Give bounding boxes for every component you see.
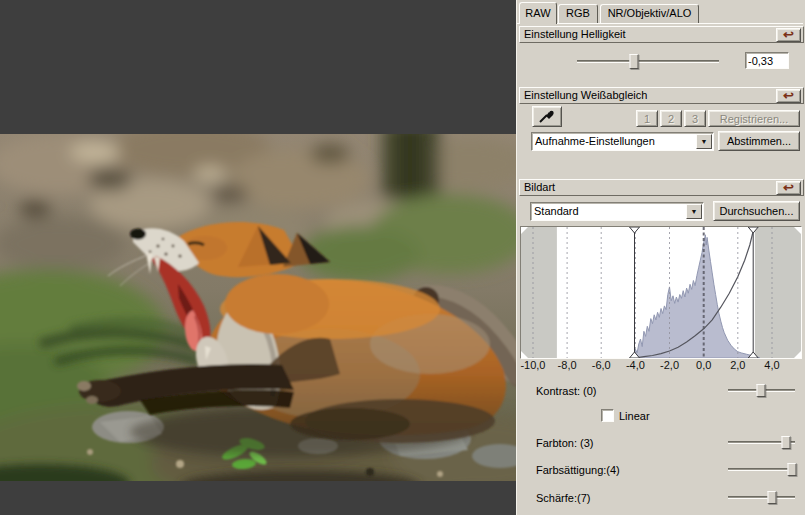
histogram-tick-label: -6,0 — [592, 359, 611, 371]
histogram-tick-label: -2,0 — [660, 359, 679, 371]
picture-style-browse-button[interactable]: Durchsuchen... — [713, 201, 800, 221]
contrast-slider-thumb[interactable] — [756, 384, 765, 397]
sharpness-label: Schärfe:(7) — [536, 492, 590, 504]
dpp-window: RAW RGB NR/Objektiv/ALO Einstellung Hell… — [0, 0, 805, 515]
brightness-slider-track — [577, 60, 719, 63]
linear-checkbox-label: Linear — [619, 410, 650, 422]
tab-divider — [517, 23, 803, 24]
brightness-section-title: Einstellung Helligkeit — [524, 28, 626, 40]
contrast-label: Kontrast: (0) — [536, 385, 597, 397]
reset-icon: ↩ — [783, 91, 794, 101]
wb-register-button[interactable]: Registrieren... — [708, 110, 800, 127]
histogram-tick-label: -10,0 — [520, 359, 545, 371]
picture-style-value: Standard — [534, 205, 579, 217]
brightness-slider[interactable] — [577, 54, 719, 69]
brightness-slider-thumb[interactable] — [629, 54, 638, 69]
wb-click-point-2-button[interactable]: 2 — [660, 110, 682, 127]
linear-checkbox[interactable] — [601, 409, 614, 422]
chevron-down-icon: ▼ — [691, 208, 698, 215]
histogram-tick-label: -4,0 — [626, 359, 645, 371]
wb-click-point-3-button[interactable]: 3 — [684, 110, 706, 127]
tool-palette: RAW RGB NR/Objektiv/ALO Einstellung Hell… — [516, 0, 805, 515]
histogram[interactable] — [520, 226, 802, 359]
brightness-section-header: Einstellung Helligkeit ↩ — [519, 26, 804, 43]
white-balance-reset-button[interactable]: ↩ — [776, 89, 801, 103]
white-balance-section-header: Einstellung Weißabgleich ↩ — [519, 87, 804, 104]
reset-icon: ↩ — [783, 183, 794, 193]
picture-style-section-header: Bildart ↩ — [519, 179, 804, 196]
sharpness-slider[interactable] — [728, 491, 795, 504]
color-tone-slider[interactable] — [728, 436, 795, 449]
histogram-axis: -10,0-8,0-6,0-4,0-2,00,02,04,0 — [520, 359, 802, 372]
brightness-reset-button[interactable]: ↩ — [776, 28, 801, 42]
dropdown-arrow-button[interactable]: ▼ — [696, 134, 712, 149]
sharpness-slider-thumb[interactable] — [768, 491, 777, 504]
color-saturation-slider[interactable] — [728, 463, 795, 476]
reset-icon: ↩ — [783, 30, 794, 40]
tab-raw[interactable]: RAW — [519, 2, 557, 24]
image-preview[interactable] — [0, 134, 517, 481]
chevron-down-icon: ▼ — [701, 138, 708, 145]
tab-nr-objektiv-alo[interactable]: NR/Objektiv/ALO — [600, 4, 699, 23]
histogram-tick-label: 0,0 — [696, 359, 711, 371]
histogram-tick-label: 4,0 — [764, 359, 779, 371]
picture-style-section-title: Bildart — [524, 181, 555, 193]
wb-tune-button[interactable]: Abstimmen... — [718, 131, 800, 151]
color-tone-label: Farbton: (3) — [536, 437, 593, 449]
histogram-tick-label: 2,0 — [730, 359, 745, 371]
eyedropper-icon — [538, 109, 556, 124]
picture-style-dropdown[interactable]: Standard ▼ — [530, 202, 704, 221]
histogram-svg — [521, 227, 801, 358]
white-balance-preset-value: Aufnahme-Einstellungen — [535, 135, 655, 147]
histogram-tick-label: -8,0 — [558, 359, 577, 371]
picture-style-reset-button[interactable]: ↩ — [776, 181, 801, 195]
color-tone-slider-thumb[interactable] — [781, 436, 790, 449]
photo-fox-illustration — [0, 134, 517, 481]
color-saturation-label: Farbsättigung:(4) — [536, 464, 620, 476]
white-balance-preset-dropdown[interactable]: Aufnahme-Einstellungen ▼ — [531, 132, 714, 151]
color-saturation-slider-thumb[interactable] — [788, 463, 797, 476]
white-balance-section-title: Einstellung Weißabgleich — [524, 89, 647, 101]
brightness-value-input[interactable] — [745, 52, 789, 69]
contrast-slider[interactable] — [728, 384, 795, 397]
tab-rgb[interactable]: RGB — [558, 4, 598, 23]
white-balance-eyedropper-button[interactable] — [532, 106, 562, 127]
wb-click-point-1-button[interactable]: 1 — [636, 110, 658, 127]
dropdown-arrow-button[interactable]: ▼ — [686, 204, 702, 219]
